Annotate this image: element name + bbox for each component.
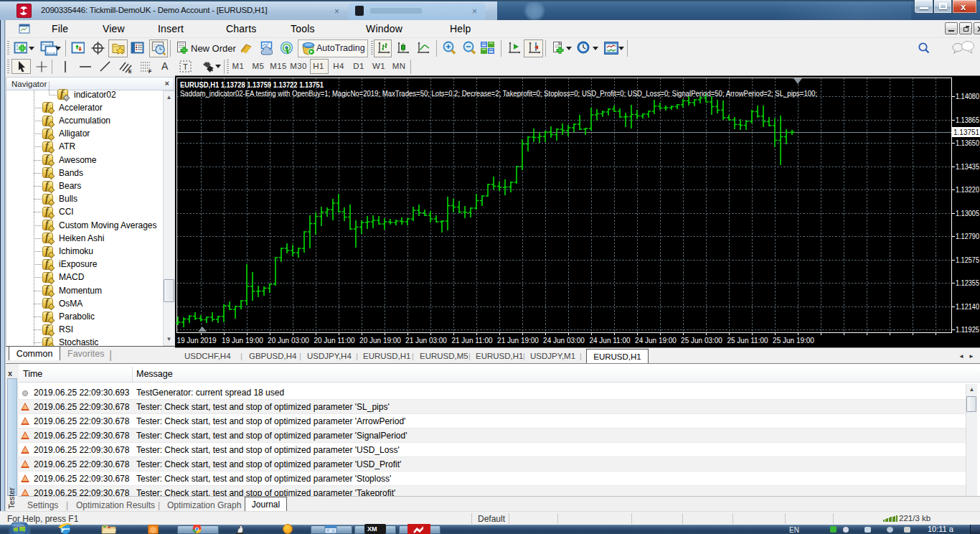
svg-text:1.13005: 1.13005 <box>956 210 979 217</box>
svg-text:25 Jun 11:00: 25 Jun 11:00 <box>727 337 768 345</box>
svg-text:21 Jun 11:00: 21 Jun 11:00 <box>451 337 493 345</box>
svg-text:1.12140: 1.12140 <box>956 303 979 311</box>
svg-text:19 Jun 2019: 19 Jun 2019 <box>176 337 216 345</box>
svg-text:1.12790: 1.12790 <box>956 233 979 240</box>
svg-text:1.13435: 1.13435 <box>956 163 979 171</box>
svg-text:T: T <box>183 62 188 71</box>
svg-text:25 Jun 19:00: 25 Jun 19:00 <box>773 337 814 345</box>
svg-text:24 Jun 11:00: 24 Jun 11:00 <box>589 337 631 345</box>
svg-text:24 Jun 03:00: 24 Jun 03:00 <box>543 337 585 345</box>
svg-text:1.11925: 1.11925 <box>956 326 979 334</box>
svg-text:1.14080: 1.14080 <box>956 93 979 100</box>
svg-text:E: E <box>128 69 132 74</box>
svg-text:21 Jun 03:00: 21 Jun 03:00 <box>405 337 447 345</box>
svg-text:20 Jun 03:00: 20 Jun 03:00 <box>268 337 309 345</box>
svg-text:F: F <box>149 69 152 74</box>
svg-text:1.13865: 1.13865 <box>956 116 979 124</box>
svg-text:24 Jun 19:00: 24 Jun 19:00 <box>635 337 677 345</box>
svg-text:1.13220: 1.13220 <box>956 186 979 194</box>
svg-text:EURUSD,H1 1.13728 1.13759 1.1: EURUSD,H1 1.13728 1.13759 1.13722 1.1375… <box>180 80 324 89</box>
svg-text:1.12575: 1.12575 <box>956 256 979 264</box>
svg-text:19 Jun 19:00: 19 Jun 19:00 <box>222 337 263 345</box>
svg-text:Saddam_indicator02-EA testing: Saddam_indicator02-EA testing with OpenB… <box>180 90 817 98</box>
svg-text:1.13650: 1.13650 <box>956 139 979 147</box>
svg-text:1.12355: 1.12355 <box>956 279 979 287</box>
svg-text:21 Jun 19:00: 21 Jun 19:00 <box>497 337 539 345</box>
svg-text:20 Jun 11:00: 20 Jun 11:00 <box>314 337 355 345</box>
svg-text:25 Jun 03:00: 25 Jun 03:00 <box>681 337 722 345</box>
svg-text:20 Jun 19:00: 20 Jun 19:00 <box>359 337 401 345</box>
